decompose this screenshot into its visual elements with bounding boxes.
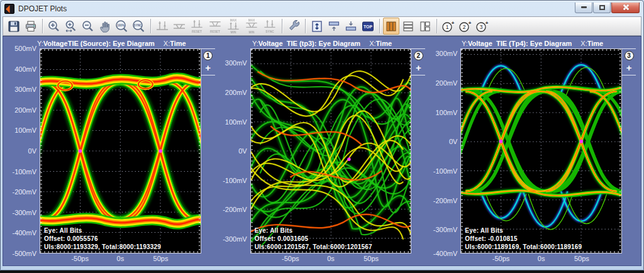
settings-wrench-button[interactable] (286, 18, 302, 35)
plot1-canvas[interactable]: Eye: All Bits Offset: 0.0055576 UIs:8000… (40, 48, 201, 254)
toolbar-separator (379, 19, 380, 33)
top-overlay-button[interactable]: TOP (360, 18, 376, 35)
svg-text:RESET: RESET (192, 30, 202, 33)
layout-grid-button[interactable] (417, 18, 433, 35)
svg-text:RESET: RESET (210, 30, 220, 33)
vertical-cursors-button[interactable] (154, 18, 170, 35)
zoom-100-button[interactable]: 100% (114, 18, 130, 35)
svg-text:+: + (486, 20, 489, 26)
y-tick: 400mV (14, 65, 36, 73)
x-tick: -50ps (492, 255, 510, 262)
plot2-add-button[interactable]: + (416, 64, 421, 72)
maximize-button[interactable] (593, 3, 611, 13)
pan-button[interactable] (97, 18, 113, 35)
cursors-sync-icon: SYNC (262, 18, 278, 34)
y-tick: 300mV (435, 50, 457, 57)
fit-vertical-icon (310, 20, 324, 33)
close-button[interactable] (611, 3, 640, 13)
layout-columns-button[interactable] (383, 18, 399, 35)
svg-text:MIN: MIN (249, 31, 255, 34)
rail-divider (201, 75, 215, 75)
layout-rows-button[interactable] (400, 18, 416, 35)
horizontal-cursors-maxmin-icon: MAX MIN (243, 18, 260, 34)
vertical-cursors-reset-icon: RESET (189, 18, 205, 34)
svg-text:SYNC: SYNC (134, 24, 142, 27)
y-tick: -100mV (223, 177, 247, 184)
toolbar-separator (436, 19, 437, 33)
print-icon (25, 20, 37, 33)
plot3-title: Y:Voltage TIE (Tp4): Eye DiagramX:Time (429, 39, 636, 48)
plot-panel-3: Y:Voltage TIE (Tp4): Eye DiagramX:Time 3… (429, 39, 636, 264)
svg-text:MIN: MIN (231, 31, 236, 34)
x-tick: 50ps (574, 255, 589, 262)
plot1-add-button[interactable]: + (205, 64, 211, 72)
add-plot-1-button[interactable]: 1 + (440, 18, 457, 35)
plot3-canvas[interactable]: Eye: All Bits Offset: -0.010815 UIs:6000… (460, 48, 622, 254)
horizontal-cursors-reset-button[interactable]: RESET (206, 18, 224, 35)
plot1-number-badge[interactable]: 1 (203, 51, 213, 60)
svg-text:MAX: MAX (248, 19, 255, 22)
zoom-out-icon (81, 20, 95, 33)
plot3-x-axis: -50ps 0s 50ps (460, 254, 622, 264)
save-icon (8, 20, 20, 33)
rail-divider (622, 75, 636, 75)
add-plot-3-icon: 3 + (475, 20, 490, 33)
add-plot-3-button[interactable]: 3 + (474, 18, 491, 35)
plot1-y-axis: 500mV 400mV 300mV 200mV 100mV 0V -100mV … (8, 48, 40, 254)
zoom-sync-icon: SYNC (131, 20, 147, 33)
x-tick: -50ps (282, 255, 299, 262)
maximize-icon (599, 5, 605, 10)
print-button[interactable] (23, 18, 39, 35)
toolbar-separator (42, 19, 43, 33)
x-tick: 0s (538, 255, 545, 262)
plot2-canvas[interactable]: Eye: All Bits Offset: 0.0031605 UIs:6000… (250, 48, 412, 254)
zoom-sync-button[interactable]: SYNC (131, 18, 147, 35)
y-tick: 200mV (225, 89, 247, 96)
horizontal-cursors-maxmin-button[interactable]: MAX MIN (243, 18, 260, 35)
plot3-number-badge[interactable]: 3 (625, 51, 634, 60)
dock-top-button[interactable] (326, 18, 342, 35)
minimize-icon (581, 6, 587, 8)
svg-text:TOP: TOP (364, 24, 372, 28)
svg-text:3: 3 (480, 24, 483, 30)
plot2-number-badge[interactable]: 2 (414, 51, 423, 60)
zoom-in-button[interactable] (46, 18, 62, 35)
plot2-x-axis: -50ps 0s 50ps (250, 254, 412, 264)
y-tick: 300mV (225, 59, 247, 67)
plot-client-area: Y:VoltageTIE (Source): Eye DiagramX:Time… (3, 36, 641, 266)
y-tick: 200mV (14, 106, 36, 114)
zoom-horizontal-button[interactable] (63, 18, 79, 35)
layout-columns-icon (384, 20, 398, 33)
cursors-sync-button[interactable]: SYNC (261, 18, 279, 35)
vertical-cursors-maxmin-button[interactable]: MAX MIN (225, 18, 242, 35)
wrench-icon (287, 20, 301, 33)
plot3-add-button[interactable]: + (626, 64, 632, 72)
dock-bottom-icon (344, 20, 358, 33)
y-tick: 0V (238, 147, 247, 155)
save-button[interactable] (6, 18, 22, 35)
zoom-100-icon: 100% (114, 20, 130, 33)
plot2-eye-diagram (251, 49, 411, 253)
y-tick: 100mV (14, 126, 36, 134)
horizontal-cursors-icon (172, 19, 187, 34)
dock-bottom-button[interactable] (343, 18, 359, 35)
x-tick: 0s (117, 255, 125, 262)
y-tick: -100mV (433, 167, 458, 175)
plot2-y-axis: 300mV 200mV 100mV 0V -100mV -200mV -300m… (219, 48, 250, 254)
vertical-cursors-maxmin-icon: MAX MIN (225, 18, 242, 34)
y-tick: 300mV (14, 86, 36, 93)
vertical-cursors-reset-button[interactable]: RESET (188, 18, 206, 35)
y-tick: 0V (28, 147, 36, 155)
vertical-cursors-icon (155, 19, 170, 34)
x-tick: 0s (327, 255, 335, 262)
cursor-tools-group: RESET RESET MAX MIN MAX (154, 18, 279, 35)
add-plot-2-button[interactable]: 2 + (457, 18, 474, 35)
svg-text:1: 1 (446, 24, 449, 30)
fit-vertical-button[interactable] (309, 18, 325, 35)
plot3-rail: 3 + (622, 48, 636, 254)
y-tick: -300mV (12, 209, 36, 216)
horizontal-cursors-button[interactable] (171, 18, 187, 35)
zoom-out-button[interactable] (80, 18, 96, 35)
title-bar[interactable]: DPOJET Plots (1, 1, 643, 16)
minimize-button[interactable] (575, 3, 592, 13)
